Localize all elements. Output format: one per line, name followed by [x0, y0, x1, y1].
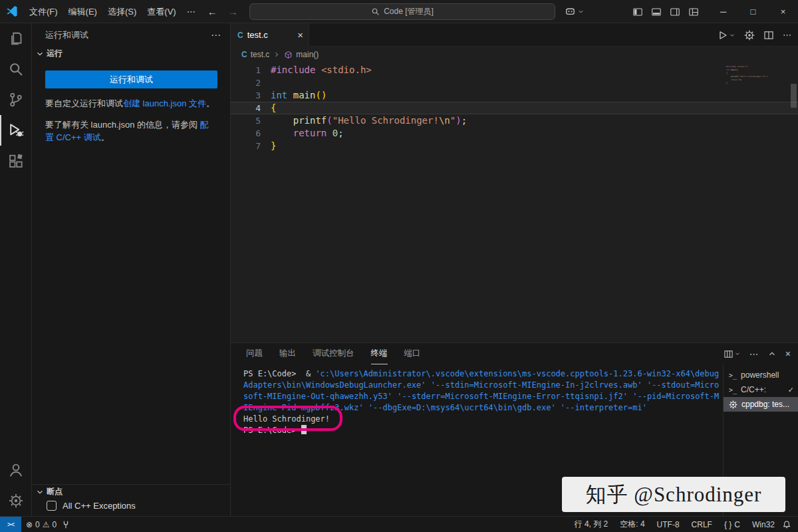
forward-icon[interactable]: → — [228, 6, 238, 17]
exceptions-checkbox[interactable] — [47, 501, 57, 511]
split-editor-icon[interactable] — [763, 30, 774, 41]
sidebar-title: 运行和调试 — [45, 29, 211, 41]
section-label: 运行 — [47, 48, 63, 59]
bell-icon[interactable] — [782, 520, 791, 529]
run-debug-sidebar: 运行和调试 ⋯ 运行 运行和调试 要自定义运行和调试创建 launch.json… — [32, 23, 231, 516]
remote-icon: >< — [7, 521, 14, 528]
indentation[interactable]: 空格: 4 — [615, 517, 649, 532]
breadcrumb-file[interactable]: test.c — [251, 50, 270, 59]
back-icon[interactable]: ← — [207, 6, 217, 17]
line-number: 5 — [231, 114, 271, 127]
editor-scrollbar[interactable] — [791, 84, 797, 108]
session-label: C/C++: — [741, 385, 766, 394]
panel-tab[interactable]: 终端 — [371, 344, 388, 364]
search-text: Code [管理员] — [384, 6, 434, 17]
panel-tab[interactable]: 输出 — [279, 344, 296, 364]
close-tab-icon[interactable]: × — [297, 29, 303, 41]
more-actions-icon[interactable]: ⋯ — [749, 348, 759, 359]
breadcrumb: C test.c main() — [231, 47, 798, 63]
text: 。 — [206, 98, 215, 108]
code-text — [271, 76, 798, 89]
terminal-session-cppdbg-tes-[interactable]: cppdbg: tes... — [724, 397, 798, 412]
terminal-session-c-c++-[interactable]: >_C/C++: ✓ — [724, 382, 798, 397]
terminal-cursor — [301, 425, 307, 434]
gear-icon[interactable] — [744, 30, 755, 41]
toggle-sidebar-icon[interactable] — [632, 7, 643, 17]
session-label: cppdbg: tes... — [741, 400, 789, 409]
language-label: C — [734, 520, 740, 529]
debug-fork-icon[interactable] — [61, 520, 70, 529]
breakpoint-label: All C++ Exceptions — [63, 501, 136, 511]
gear-icon — [9, 493, 23, 508]
breakpoint-item[interactable]: All C++ Exceptions — [32, 499, 230, 513]
minimize-button[interactable]: ─ — [708, 0, 738, 23]
code-line-7[interactable]: 7} — [231, 140, 798, 152]
line-number: 2 — [231, 76, 271, 89]
play-icon — [718, 30, 728, 41]
maximize-panel-icon[interactable] — [767, 349, 777, 358]
customize-layout-icon[interactable] — [688, 7, 699, 17]
settings-button[interactable] — [0, 485, 31, 516]
activity-run-and-debug[interactable] — [0, 115, 31, 146]
breakpoints-header[interactable]: 断点 — [32, 485, 230, 499]
run-and-debug-button[interactable]: 运行和调试 — [45, 70, 217, 88]
menu-item[interactable]: 查看(V) — [142, 0, 181, 23]
code-line-5[interactable]: 5 printf("Hello Schrodinger!\n"); — [231, 114, 798, 127]
code-line-4[interactable]: 4{ — [231, 102, 798, 114]
more-actions-icon[interactable]: ⋯ — [783, 30, 791, 40]
code-line-2[interactable]: 2 — [231, 76, 798, 89]
terminal-line: IEngine-Pid-mgpbffz3.wkz' '--dbgExe=D:\m… — [243, 402, 723, 414]
editor-actions: ⋯ — [718, 23, 791, 47]
menu-more[interactable]: ⋯ — [182, 0, 201, 23]
problems-indicator[interactable]: ⊗ 0 ⚠ 0 — [21, 517, 61, 532]
menu-item[interactable]: 编辑(E) — [63, 0, 102, 23]
menu-item[interactable]: 文件(F) — [24, 0, 63, 23]
panel-tab[interactable]: 调试控制台 — [313, 344, 354, 364]
terminal-views-button[interactable] — [724, 349, 741, 359]
activity-extensions[interactable] — [0, 146, 31, 176]
panel-actions: ⋯ × — [724, 343, 791, 364]
platform-indicator[interactable]: Win32 — [747, 517, 779, 532]
status-bar: >< ⊗ 0 ⚠ 0 行 4, 列 2 空格: 4 UTF-8 CRLF { }… — [0, 516, 798, 532]
code-line-3[interactable]: 3int main() — [231, 89, 798, 102]
tab-bar: C test.c × ⋯ — [231, 23, 798, 47]
panel-tab[interactable]: 问题 — [246, 344, 263, 364]
copilot-button[interactable] — [565, 6, 585, 17]
activity-source-control[interactable] — [0, 84, 31, 115]
code-line-6[interactable]: 6 return 0; — [231, 127, 798, 140]
toggle-secondary-sidebar-icon[interactable] — [670, 7, 680, 17]
encoding[interactable]: UTF-8 — [652, 517, 684, 532]
panel-tab[interactable]: 端口 — [404, 344, 421, 364]
more-actions-icon[interactable]: ⋯ — [211, 29, 221, 41]
tab-test-c[interactable]: C test.c × — [231, 23, 309, 47]
code-line-1[interactable]: 1#include <stdio.h> — [231, 64, 798, 76]
create-launch-json-link[interactable]: 创建 launch.json 文件 — [123, 98, 206, 108]
menu-item[interactable]: 选择(S) — [102, 0, 142, 23]
language-mode[interactable]: { }C — [720, 517, 745, 532]
remote-indicator[interactable]: >< — [0, 517, 21, 532]
cursor-position[interactable]: 行 4, 列 2 — [570, 517, 613, 532]
breadcrumb-symbol[interactable]: main() — [296, 50, 319, 59]
line-number: 7 — [231, 140, 271, 152]
close-button[interactable]: × — [768, 0, 798, 23]
command-center-search[interactable]: Code [管理员] — [249, 3, 555, 20]
zhihu-watermark: 知乎 @Schrodinger — [562, 477, 785, 512]
run-c-file-button[interactable] — [718, 30, 735, 41]
terminal-line: PS E:\Code> — [243, 425, 723, 436]
account-button[interactable] — [0, 455, 31, 485]
toggle-panel-icon[interactable] — [651, 7, 662, 17]
activity-search[interactable] — [0, 54, 31, 84]
source-control-icon — [8, 92, 24, 108]
activity-explorer[interactable] — [0, 23, 31, 54]
chevron-down-icon — [35, 49, 45, 59]
gear-icon — [729, 400, 737, 409]
code-editor[interactable]: 1#include <stdio.h>23int main()4{5 print… — [231, 63, 798, 342]
run-section-header[interactable]: 运行 — [32, 47, 230, 61]
close-panel-icon[interactable]: × — [785, 348, 791, 359]
chevron-down-icon — [729, 32, 735, 39]
terminal-session-powershell[interactable]: >_powershell — [724, 368, 798, 382]
eol-indicator[interactable]: CRLF — [687, 517, 717, 532]
session-label: powershell — [741, 370, 779, 380]
maximize-button[interactable]: □ — [738, 0, 768, 23]
history-navigation: ← → — [207, 6, 238, 17]
